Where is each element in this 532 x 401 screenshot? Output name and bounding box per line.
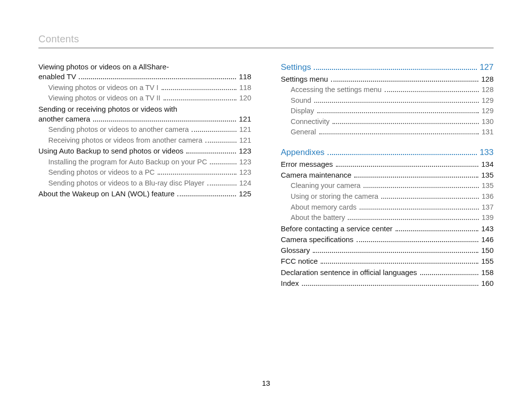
toc-entry-label: FCC notice [281,256,318,266]
toc-entry[interactable]: Sound129 [281,96,494,106]
toc-entry-page: 121 [239,136,251,146]
toc-dot-leader [357,237,478,242]
toc-entry-page: 123 [239,146,251,156]
toc-entry[interactable]: Sending photos or videos to a PC123 [38,168,251,178]
toc-entry[interactable]: Sending photos or videos to a Blu-ray di… [38,179,251,188]
toc-dot-leader [328,150,477,155]
toc-entry-label: About the Wakeup on LAN (WOL) feature [38,189,174,199]
page-number: 13 [0,379,532,387]
toc-dot-leader [348,215,478,220]
toc-entry-page: 150 [481,246,494,255]
toc-entry-page: 124 [239,179,251,188]
toc-entry-label: Sending photos or videos to a Blu-ray di… [48,179,204,188]
toc-entry-page: 128 [481,74,494,84]
toc-entry-label: Connectivity [291,117,330,127]
toc-entry[interactable]: Appendixes133 [281,147,494,158]
toc-entry-label: Display [291,106,314,116]
toc-entry-continuation: Sending or receiving photos or videos wi… [38,104,251,114]
toc-entry-label: Declaration sentence in official languag… [281,268,417,278]
toc-entry[interactable]: Index160 [281,278,494,288]
toc-entry[interactable]: Sending photos or videos to another came… [38,125,251,135]
toc-dot-leader [331,76,478,82]
toc-entry[interactable]: Cleaning your camera135 [281,181,494,191]
toc-dot-leader [317,108,479,113]
toc-dot-leader [207,180,236,185]
toc-dot-leader [314,97,479,103]
toc-dot-leader [210,158,236,164]
toc-entry-page: 121 [239,114,251,124]
toc-entry[interactable]: Using or storing the camera136 [281,192,494,202]
toc-dot-leader [385,87,479,92]
toc-entry-page: 146 [481,235,494,245]
toc-entry-label: About memory cards [291,203,357,213]
toc-entry[interactable]: Receiving photos or videos from another … [38,136,251,146]
toc-entry[interactable]: Display129 [281,106,494,116]
toc-entry[interactable]: Using Auto Backup to send photos or vide… [38,146,251,156]
toc-entry[interactable]: About memory cards137 [281,203,494,213]
toc-entry-label: Camera specifications [281,235,354,245]
toc-entry[interactable]: About the Wakeup on LAN (WOL) feature125 [38,189,251,199]
toc-entry[interactable]: Declaration sentence in official languag… [281,268,494,278]
toc-spacer [281,138,494,147]
toc-entry-page: 129 [482,106,494,116]
toc-entry-page: 155 [481,256,494,266]
toc-entry-page: 118 [239,83,251,93]
toc-entry-page: 128 [482,85,494,95]
toc-dot-leader [93,116,236,122]
toc-entry-label: Viewing photos or videos on a TV II [48,93,161,103]
toc-entry[interactable]: Accessing the settings menu128 [281,85,494,95]
toc-dot-leader [319,129,479,134]
toc-entry-label: Settings [281,62,311,73]
toc-left-column: Viewing photos or videos on a AllShare-e… [38,62,251,289]
toc-entry[interactable]: Settings127 [281,62,494,73]
toc-dot-leader [162,84,236,90]
toc-entry[interactable]: Camera maintenance135 [281,170,494,180]
toc-entry[interactable]: General131 [281,127,494,137]
toc-entry[interactable]: Installing the program for Auto Backup o… [38,157,251,167]
toc-entry-page: 135 [481,170,494,180]
toc-entry[interactable]: Viewing photos or videos on a TV II120 [38,93,251,103]
toc-columns: Viewing photos or videos on a AllShare-e… [38,62,494,289]
toc-entry[interactable]: About the battery139 [281,213,494,223]
toc-right-column: Settings127Settings menu128Accessing the… [281,62,494,289]
toc-entry[interactable]: Glossary150 [281,246,494,255]
toc-dot-leader [192,126,236,132]
toc-dot-leader [354,172,478,178]
toc-entry[interactable]: Before contacting a service center143 [281,224,494,234]
toc-entry-label: General [291,127,316,137]
toc-dot-leader [321,258,478,264]
toc-entry[interactable]: enabled TV118 [38,72,251,82]
toc-dot-leader [336,161,478,167]
toc-dot-leader [360,204,479,209]
toc-entry-page: 118 [239,72,251,82]
toc-entry[interactable]: Connectivity130 [281,117,494,127]
toc-dot-leader [186,148,236,154]
page-header: Contents [38,33,494,48]
toc-dot-leader [158,169,236,175]
toc-entry-page: 134 [481,159,494,169]
toc-entry-page: 137 [482,203,494,213]
toc-entry-page: 160 [481,278,494,288]
toc-entry[interactable]: Error messages134 [281,159,494,169]
toc-entry-page: 133 [480,147,494,158]
toc-entry-label: Installing the program for Auto Backup o… [48,157,207,167]
toc-entry[interactable]: Viewing photos or videos on a TV I118 [38,83,251,93]
toc-dot-leader [177,191,236,196]
toc-entry-page: 129 [482,96,494,106]
toc-entry-label: enabled TV [38,72,76,82]
toc-entry[interactable]: FCC notice155 [281,256,494,266]
toc-entry-page: 127 [480,62,494,73]
toc-entry[interactable]: another camera121 [38,114,251,124]
toc-entry-label: Sending photos or videos to a PC [48,168,155,178]
toc-dot-leader [420,270,478,275]
toc-entry-page: 125 [239,189,251,199]
toc-dot-leader [332,119,479,124]
toc-entry[interactable]: Settings menu128 [281,74,494,84]
toc-entry-label: Settings menu [281,74,328,84]
toc-entry[interactable]: Camera specifications146 [281,235,494,245]
toc-entry-page: 143 [481,224,494,234]
toc-dot-leader [302,280,478,286]
toc-entry-page: 131 [482,127,494,137]
toc-entry-page: 123 [239,168,251,178]
toc-entry-label: Cleaning your camera [291,181,361,191]
